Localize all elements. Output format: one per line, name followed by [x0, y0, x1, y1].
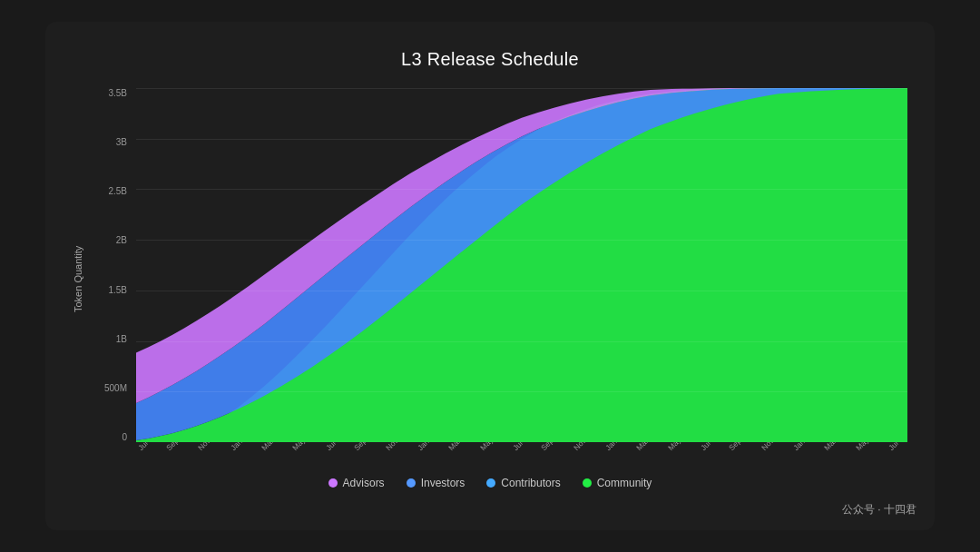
- y-tick-3b: 3B: [91, 137, 127, 147]
- x-tick-nov24: Nov-24: [196, 442, 230, 462]
- x-tick-may26: May-26: [478, 442, 513, 462]
- x-tick-jan27: Jan-27: [603, 442, 637, 462]
- chart-legend: Advisors Investors Contributors Communit…: [73, 477, 907, 489]
- x-tick-nov25: Nov-25: [384, 442, 418, 462]
- legend-dot-advisors: [328, 478, 338, 488]
- watermark: 公众号 · 十四君: [842, 502, 916, 518]
- legend-item-community: Community: [583, 477, 652, 489]
- legend-label-community: Community: [597, 477, 652, 489]
- legend-item-advisors: Advisors: [328, 477, 385, 489]
- chart-area: Token Quantity: [73, 88, 907, 469]
- y-tick-15b: 1.5B: [91, 285, 127, 295]
- x-tick-jan28: Jan-28: [791, 442, 825, 462]
- legend-label-contributors: Contributors: [501, 477, 560, 489]
- x-tick-nov26: Nov-26: [572, 442, 606, 462]
- x-tick-jul27: Jul-27: [699, 442, 730, 462]
- x-tick-jul25: Jul-25: [324, 442, 356, 462]
- y-tick-500m: 500M: [91, 383, 127, 393]
- x-tick-sep24: Sep-24: [164, 442, 199, 462]
- chart-container: L3 Release Schedule Token Quantity: [45, 22, 935, 530]
- x-tick-nov27: Nov-27: [760, 442, 794, 462]
- x-tick-may27: May-27: [666, 442, 701, 462]
- y-tick-25b: 2.5B: [91, 186, 127, 196]
- y-axis-label: Token Quantity: [73, 88, 83, 469]
- x-tick-mar28: Mar-28: [822, 442, 856, 462]
- x-tick-sep27: Sep-27: [727, 442, 761, 462]
- x-tick-sep26: Sep-26: [539, 442, 573, 462]
- x-tick-mar27: Mar-27: [634, 442, 668, 462]
- legend-dot-community: [583, 478, 592, 488]
- plot-area: [136, 88, 907, 442]
- x-tick-jul28: Jul-28: [887, 442, 907, 462]
- y-tick-2b: 2B: [91, 235, 127, 245]
- legend-label-investors: Investors: [421, 477, 466, 489]
- y-tick-35b: 3.5B: [91, 88, 127, 98]
- legend-dot-investors: [407, 478, 416, 488]
- chart-inner: 3.5B 3B 2.5B 2B 1.5B 1B 500M 0 Jul-24 Se…: [91, 88, 907, 469]
- grid-lines: [136, 88, 907, 442]
- x-tick-jul24: Jul-24: [136, 442, 168, 462]
- x-tick-may25: May-25: [290, 442, 325, 462]
- x-tick-mar25: Mar-25: [260, 442, 293, 462]
- x-tick-may28: May-28: [854, 442, 888, 462]
- legend-dot-contributors: [486, 478, 495, 488]
- x-axis-ticks: Jul-24 Sep-24 Nov-24 Jan-25 Mar-25 May-2…: [136, 442, 907, 469]
- legend-label-advisors: Advisors: [343, 477, 385, 489]
- legend-item-investors: Investors: [407, 477, 466, 489]
- x-tick-jan26: Jan-26: [416, 442, 449, 462]
- x-tick-sep25: Sep-25: [352, 442, 387, 462]
- y-tick-1b: 1B: [91, 334, 127, 344]
- legend-item-contributors: Contributors: [486, 477, 560, 489]
- x-tick-mar26: Mar-26: [446, 442, 480, 462]
- chart-title: L3 Release Schedule: [73, 49, 907, 70]
- y-axis-ticks: 3.5B 3B 2.5B 2B 1.5B 1B 500M 0: [91, 88, 132, 442]
- x-tick-jan25: Jan-25: [229, 442, 262, 462]
- y-tick-0: 0: [91, 432, 127, 442]
